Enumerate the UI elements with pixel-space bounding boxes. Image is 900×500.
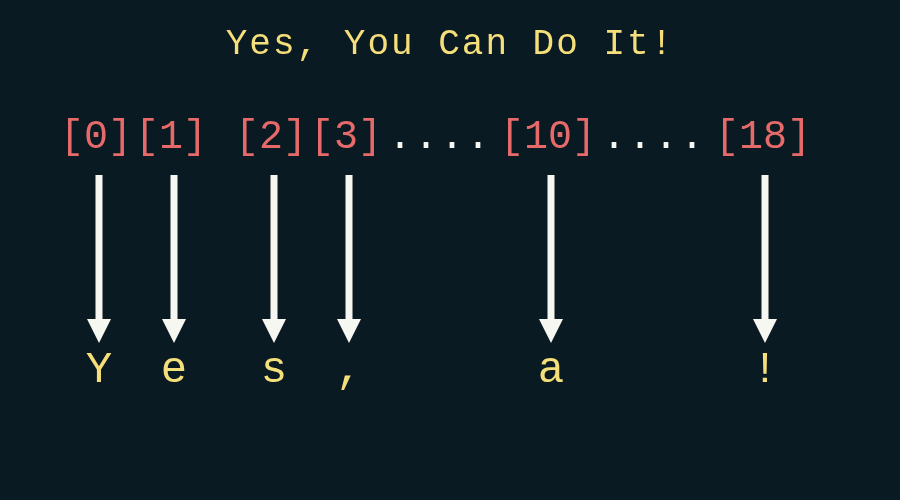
index-10: [10] xyxy=(500,115,596,160)
index-row: [0] [1] [2] [3] .... [10] .... [18] xyxy=(0,115,900,165)
arrow-3 xyxy=(334,175,364,345)
arrow-18 xyxy=(750,175,780,345)
char-1: e xyxy=(154,345,194,395)
char-row: Y e s , a ! xyxy=(0,345,900,405)
char-2: s xyxy=(254,345,294,395)
svg-marker-5 xyxy=(262,319,286,343)
index-0: [0] xyxy=(60,115,132,160)
svg-marker-9 xyxy=(539,319,563,343)
dots-2: .... xyxy=(602,115,706,160)
index-18: [18] xyxy=(715,115,811,160)
svg-marker-3 xyxy=(162,319,186,343)
svg-marker-11 xyxy=(753,319,777,343)
arrow-row xyxy=(0,165,900,345)
dots-1: .... xyxy=(388,115,492,160)
arrow-10 xyxy=(536,175,566,345)
arrow-1 xyxy=(159,175,189,345)
diagram-title: Yes, You Can Do It! xyxy=(0,24,900,65)
index-2: [2] xyxy=(235,115,307,160)
arrow-0 xyxy=(84,175,114,345)
arrow-2 xyxy=(259,175,289,345)
index-3: [3] xyxy=(310,115,382,160)
index-1: [1] xyxy=(135,115,207,160)
char-3: , xyxy=(329,345,369,395)
char-10: a xyxy=(531,345,571,395)
svg-marker-7 xyxy=(337,319,361,343)
char-18: ! xyxy=(745,345,785,395)
char-0: Y xyxy=(79,345,119,395)
svg-marker-1 xyxy=(87,319,111,343)
